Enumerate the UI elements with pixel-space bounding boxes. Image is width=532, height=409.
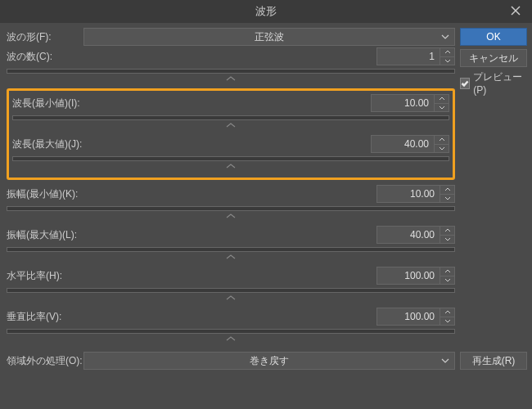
wavelength-min-label: 波長(最小値)(I): [12,97,89,110]
cancel-button[interactable]: キャンセル [460,49,527,67]
dialog-title: 波形 [255,4,277,19]
amplitude-min-label: 振幅(最小値)(K): [7,187,83,201]
spin-up-icon[interactable] [435,95,449,104]
cancel-label: キャンセル [469,52,518,65]
spin-down-icon[interactable] [435,145,449,153]
wavelength-min-slider[interactable] [12,115,449,120]
close-button[interactable] [499,0,532,23]
collapse-handle[interactable] [12,122,449,130]
collapse-handle[interactable] [7,254,455,262]
amplitude-min-spinner[interactable] [440,186,454,202]
wavecount-label: 波の数(C): [7,50,83,64]
spin-up-icon[interactable] [440,227,454,236]
spin-down-icon[interactable] [440,195,454,203]
wavelength-min-input[interactable]: 10.00 [371,94,449,112]
regenerate-label: 再生成(R) [472,354,516,368]
outside-dropdown[interactable]: 巻き戻す [83,352,455,370]
spin-up-icon[interactable] [440,308,454,317]
spin-down-icon[interactable] [440,317,454,326]
vratio-label: 垂直比率(V): [7,310,83,324]
spin-up-icon[interactable] [435,136,449,145]
vratio-value: 100.00 [377,311,440,322]
collapse-handle[interactable] [7,335,455,344]
regenerate-button[interactable]: 再生成(R) [460,352,527,370]
outside-label: 領域外の処理(O): [7,354,83,368]
wavecount-spinner[interactable] [440,48,454,65]
chevron-down-icon [441,34,449,39]
collapse-handle[interactable] [12,163,449,171]
wavelength-min-spinner[interactable] [434,95,449,111]
hratio-input[interactable]: 100.00 [376,267,455,285]
title-bar: 波形 [0,0,532,23]
close-icon [511,6,521,18]
wavecount-slider[interactable] [7,69,455,74]
vratio-input[interactable]: 100.00 [376,308,455,326]
spin-up-icon[interactable] [440,267,454,276]
hratio-value: 100.00 [377,270,440,281]
chevron-down-icon [441,358,449,363]
hratio-label: 水平比率(H): [7,269,83,283]
outside-value: 巻き戻す [250,354,289,368]
spin-down-icon[interactable] [440,276,454,285]
wavecount-value: 1 [377,51,440,62]
preview-label: プレビュー(P) [473,70,527,96]
amplitude-min-input[interactable]: 10.00 [376,185,455,203]
hratio-spinner[interactable] [440,267,454,284]
waveform-label: 波の形(F): [7,30,83,44]
wavelength-max-input[interactable]: 40.00 [371,135,449,153]
spin-up-icon[interactable] [440,48,454,57]
hratio-slider[interactable] [7,288,455,293]
collapse-handle[interactable] [7,75,455,83]
ok-label: OK [486,31,500,43]
check-icon [461,79,469,88]
preview-checkbox[interactable] [460,78,470,89]
amplitude-max-spinner[interactable] [440,227,454,243]
wavelength-max-label: 波長(最大値)(J): [12,137,89,151]
amplitude-max-slider[interactable] [7,247,455,252]
waveform-value: 正弦波 [255,30,284,44]
spin-down-icon[interactable] [440,236,454,244]
collapse-handle[interactable] [7,213,455,221]
wavelength-min-value: 10.00 [372,97,434,109]
amplitude-min-slider[interactable] [7,206,455,211]
spin-up-icon[interactable] [440,186,454,195]
spin-down-icon[interactable] [435,104,449,112]
wavecount-input[interactable]: 1 [376,47,455,65]
waveform-dropdown[interactable]: 正弦波 [83,28,455,46]
ok-button[interactable]: OK [460,28,527,46]
amplitude-min-value: 10.00 [377,188,440,200]
vratio-slider[interactable] [7,329,455,334]
wavelength-max-spinner[interactable] [434,136,449,152]
amplitude-max-label: 振幅(最大値)(L): [7,228,83,242]
wavelength-max-slider[interactable] [12,156,449,161]
wavelength-highlight-box: 波長(最小値)(I): 10.00 波長(最大 [7,88,455,180]
spin-down-icon[interactable] [440,57,454,65]
wavelength-max-value: 40.00 [372,138,434,150]
collapse-handle[interactable] [7,294,455,303]
amplitude-max-value: 40.00 [377,229,440,240]
preview-checkbox-row[interactable]: プレビュー(P) [460,70,527,96]
amplitude-max-input[interactable]: 40.00 [376,226,455,244]
vratio-spinner[interactable] [440,308,454,325]
